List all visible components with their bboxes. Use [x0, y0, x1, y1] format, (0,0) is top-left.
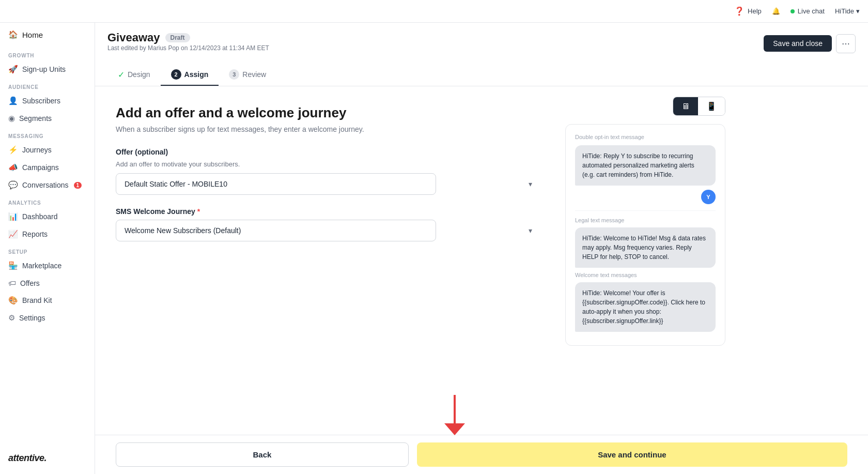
back-button[interactable]: Back: [116, 442, 409, 467]
sidebar-item-segments[interactable]: ◉ Segments: [0, 110, 95, 127]
page-subtitle: Last edited by Marius Pop on 12/14/2023 …: [107, 44, 269, 56]
live-chat-link[interactable]: Live chat: [791, 7, 825, 15]
top-nav: ❓ Help 🔔 Live chat HiTide ▾: [0, 0, 868, 23]
page-title: Giveaway: [107, 31, 160, 44]
desktop-icon: 🖥: [681, 102, 690, 111]
sidebar-item-label: Settings: [19, 314, 45, 322]
reply-bubble: Y: [701, 190, 716, 204]
form-heading: Add an offer and a welcome journey: [116, 105, 539, 121]
main-layout: 🏠 Home GROWTH 🚀 Sign-up Units AUDIENCE 👤…: [0, 23, 868, 474]
legal-label: Legal text message: [575, 217, 716, 223]
header-actions: Save and close ⋯: [764, 34, 856, 53]
sidebar-logo: attentive.: [0, 442, 95, 474]
form-section: Add an offer and a welcome journey When …: [95, 86, 560, 474]
step-assign-number: 2: [171, 69, 181, 80]
sidebar-item-conversations[interactable]: 💬 Conversations 1: [0, 176, 95, 194]
offer-label: Offer (optional): [116, 148, 539, 156]
conversations-badge: 1: [74, 182, 82, 189]
sidebar-item-label: Conversations: [22, 181, 69, 189]
sidebar-item-home[interactable]: 🏠 Home: [0, 23, 95, 47]
settings-icon: ⚙: [8, 313, 15, 323]
step-assign[interactable]: 2 Assign: [161, 64, 219, 86]
journey-select[interactable]: Welcome New Subscribers (Default) Custom…: [116, 220, 436, 241]
journeys-icon: ⚡: [8, 145, 18, 155]
welcome-bubble: HiTide: Welcome! Your offer is {{subscri…: [575, 282, 716, 332]
page-header-left: Giveaway Draft Last edited by Marius Pop…: [107, 31, 269, 56]
sidebar-item-dashboard[interactable]: 📊 Dashboard: [0, 208, 95, 225]
preview-panel: 🖥 📱 Double opt-in text message HiTide: R…: [560, 86, 736, 474]
live-chat-label: Live chat: [798, 7, 825, 15]
help-label: Help: [748, 7, 762, 15]
sidebar-item-brand-kit[interactable]: 🎨 Brand Kit: [0, 292, 95, 309]
chevron-down-icon: ▾: [856, 7, 860, 15]
bell-icon: 🔔: [772, 7, 780, 15]
journey-chevron-icon: ▾: [529, 226, 532, 235]
sidebar-item-marketplace[interactable]: 🏪 Marketplace: [0, 257, 95, 274]
section-messaging: MESSAGING: [0, 127, 95, 141]
sidebar-item-signup-units[interactable]: 🚀 Sign-up Units: [0, 60, 95, 78]
offer-chevron-icon: ▾: [529, 180, 532, 188]
bottom-bar: Back Save and continue: [95, 435, 868, 474]
sidebar-item-settings[interactable]: ⚙ Settings: [0, 309, 95, 327]
more-options-button[interactable]: ⋯: [836, 34, 856, 53]
step-review-number: 3: [229, 69, 239, 80]
subscribers-icon: 👤: [8, 96, 18, 105]
sidebar-item-label: Brand Kit: [22, 296, 52, 304]
sidebar-item-label: Reports: [22, 230, 48, 238]
sidebar-item-offers[interactable]: 🏷 Offers: [0, 274, 95, 292]
offer-field-group: Offer (optional) Add an offer to motivat…: [116, 148, 539, 195]
preview-card: Double opt-in text message HiTide: Reply…: [565, 124, 725, 346]
marketplace-icon: 🏪: [8, 261, 18, 270]
mobile-preview-button[interactable]: 📱: [698, 97, 725, 115]
desktop-preview-button[interactable]: 🖥: [673, 97, 698, 115]
home-label: Home: [22, 30, 43, 39]
section-setup: SETUP: [0, 243, 95, 257]
preview-toggle: 🖥 📱: [673, 97, 725, 116]
check-icon: ✓: [118, 70, 125, 80]
user-menu[interactable]: HiTide ▾: [835, 7, 860, 15]
draft-badge: Draft: [165, 33, 190, 42]
page-title-row: Giveaway Draft: [107, 31, 269, 44]
double-optin-bubble: HiTide: Reply Y to subscribe to recurrin…: [575, 145, 716, 186]
legal-bubble: HiTide: Welcome to HiTide! Msg & data ra…: [575, 227, 716, 268]
sidebar-item-journeys[interactable]: ⚡ Journeys: [0, 141, 95, 159]
preview-divider: [575, 210, 716, 211]
save-continue-button[interactable]: Save and continue: [417, 442, 847, 467]
help-link[interactable]: ❓ Help: [734, 6, 762, 16]
mobile-icon: 📱: [706, 102, 717, 111]
segments-icon: ◉: [8, 114, 15, 123]
sidebar: 🏠 Home GROWTH 🚀 Sign-up Units AUDIENCE 👤…: [0, 23, 95, 474]
content-area: Giveaway Draft Last edited by Marius Pop…: [95, 23, 868, 474]
brand-kit-icon: 🎨: [8, 296, 18, 305]
welcome-messages-label: Welcome text messages: [575, 272, 716, 278]
step-design[interactable]: ✓ Design: [107, 65, 161, 86]
sidebar-item-label: Offers: [20, 279, 40, 287]
dashboard-icon: 📊: [8, 212, 18, 221]
sidebar-item-label: Dashboard: [22, 212, 58, 221]
attentive-logo: attentive.: [8, 453, 86, 464]
sidebar-item-subscribers[interactable]: 👤 Subscribers: [0, 92, 95, 110]
sidebar-item-campaigns[interactable]: 📣 Campaigns: [0, 159, 95, 176]
campaigns-icon: 📣: [8, 163, 18, 172]
sidebar-item-reports[interactable]: 📈 Reports: [0, 225, 95, 243]
sidebar-item-label: Subscribers: [22, 97, 60, 105]
journey-field-group: SMS Welcome Journey * Welcome New Subscr…: [116, 207, 539, 241]
user-name: HiTide: [835, 7, 854, 15]
sidebar-item-label: Campaigns: [22, 163, 59, 172]
offer-desc: Add an offer to motivate your subscriber…: [116, 160, 539, 168]
offer-select[interactable]: Default Static Offer - MOBILE10 No Offer…: [116, 173, 436, 195]
form-subheading: When a subscriber signs up for text mess…: [116, 125, 539, 133]
section-analytics: ANALYTICS: [0, 194, 95, 208]
page-header: Giveaway Draft Last edited by Marius Pop…: [95, 23, 868, 86]
sidebar-item-label: Sign-up Units: [22, 65, 66, 73]
steps-bar: ✓ Design 2 Assign 3 Review: [107, 58, 856, 86]
save-close-button[interactable]: Save and close: [764, 35, 832, 52]
step-review[interactable]: 3 Review: [219, 64, 276, 86]
section-audience: AUDIENCE: [0, 78, 95, 92]
notifications-button[interactable]: 🔔: [772, 7, 780, 15]
conversations-icon: 💬: [8, 180, 18, 190]
step-assign-label: Assign: [184, 70, 209, 79]
home-icon: 🏠: [8, 30, 18, 39]
more-icon: ⋯: [842, 39, 850, 48]
signup-icon: 🚀: [8, 65, 18, 74]
